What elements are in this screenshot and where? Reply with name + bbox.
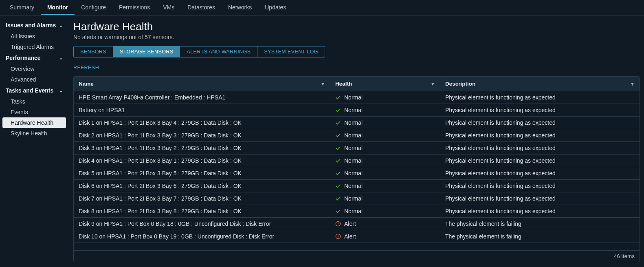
sidebar-item[interactable]: Skyline Health (2, 128, 66, 139)
column-name-label: Name (79, 81, 94, 87)
table-row[interactable]: Disk 4 on HPSA1 : Port 1I Box 3 Bay 1 : … (74, 154, 640, 167)
topnav-configure[interactable]: Configure (75, 0, 112, 15)
cell-description: The physical element is failing (440, 218, 640, 230)
sidebar-group[interactable]: Issues and Alarms⌄ (2, 20, 66, 31)
topnav: SummaryMonitorConfigurePermissionsVMsDat… (0, 0, 644, 15)
topnav-vms[interactable]: VMs (156, 0, 181, 15)
cell-health: Normal (330, 167, 440, 179)
table-row[interactable]: Disk 1 on HPSA1 : Port 1I Box 3 Bay 4 : … (74, 117, 640, 129)
column-description[interactable]: Description ▼ (440, 77, 640, 91)
sensor-table: Name ▼ Health ▼ Description ▼ HPE Smart … (73, 76, 640, 262)
table-row[interactable]: HPE Smart Array P408i-a Controller : Emb… (74, 91, 640, 104)
cell-description: The physical element is failing (440, 230, 640, 243)
svg-point-5 (338, 237, 338, 238)
sidebar-item[interactable]: Overview (2, 64, 66, 74)
filter-icon[interactable]: ▼ (431, 82, 435, 86)
cell-health: Normal (330, 192, 440, 205)
filter-icon[interactable]: ▼ (630, 82, 635, 86)
cell-name: Battery on HPSA1 (74, 104, 330, 116)
health-text: Normal (344, 208, 363, 214)
subtab[interactable]: ALERTS AND WARNINGS (180, 46, 257, 57)
cell-description: Physical element is functioning as expec… (440, 180, 640, 192)
column-health-label: Health (335, 81, 352, 87)
cell-description: Physical element is functioning as expec… (440, 154, 640, 167)
cell-name: Disk 3 on HPSA1 : Port 1I Box 3 Bay 2 : … (74, 142, 330, 154)
alert-icon (335, 234, 341, 239)
sidebar-item[interactable]: Advanced (2, 74, 66, 85)
topnav-permissions[interactable]: Permissions (112, 0, 156, 15)
check-icon (335, 158, 341, 163)
topnav-networks[interactable]: Networks (222, 0, 258, 15)
health-text: Normal (344, 195, 363, 202)
cell-description: Physical element is functioning as expec… (440, 142, 640, 154)
column-description-label: Description (445, 81, 475, 87)
chevron-down-icon: ⌄ (59, 55, 63, 61)
cell-health: Normal (330, 180, 440, 192)
topnav-monitor[interactable]: Monitor (41, 0, 75, 15)
cell-description: Physical element is functioning as expec… (440, 91, 640, 104)
topnav-updates[interactable]: Updates (258, 0, 292, 15)
cell-description: Physical element is functioning as expec… (440, 205, 640, 217)
cell-health: Normal (330, 104, 440, 116)
cell-description: Physical element is functioning as expec… (440, 192, 640, 205)
health-text: Normal (344, 94, 363, 101)
table-row[interactable]: Disk 9 on HPSA1 : Port Box 0 Bay 18 : 0G… (74, 218, 640, 230)
sidebar-group[interactable]: Tasks and Events⌄ (2, 85, 66, 96)
cell-description: Physical element is functioning as expec… (440, 104, 640, 116)
subtabs: SENSORSSTORAGE SENSORSALERTS AND WARNING… (73, 46, 325, 57)
table-row[interactable]: Disk 3 on HPSA1 : Port 1I Box 3 Bay 2 : … (74, 142, 640, 154)
table-row[interactable]: Disk 2 on HPSA1 : Port 1I Box 3 Bay 3 : … (74, 129, 640, 142)
cell-name: Disk 4 on HPSA1 : Port 1I Box 3 Bay 1 : … (74, 154, 330, 167)
column-name[interactable]: Name ▼ (74, 77, 330, 91)
cell-health: Normal (330, 91, 440, 104)
sidebar-item[interactable]: Events (2, 107, 66, 117)
health-text: Normal (344, 119, 363, 126)
check-icon (335, 107, 341, 113)
check-icon (335, 95, 341, 100)
subtab[interactable]: STORAGE SENSORS (113, 46, 180, 57)
table-row[interactable]: Disk 5 on HPSA1 : Port 2I Box 3 Bay 5 : … (74, 167, 640, 180)
health-text: Normal (344, 132, 363, 139)
table-row[interactable]: Disk 10 on HPSA1 : Port Box 0 Bay 19 : 0… (74, 230, 640, 243)
health-text: Alert (344, 233, 356, 240)
sidebar-item[interactable]: Tasks (2, 96, 66, 107)
check-icon (335, 183, 341, 189)
table-row[interactable]: Battery on HPSA1NormalPhysical element i… (74, 104, 640, 117)
column-health[interactable]: Health ▼ (330, 77, 440, 91)
cell-name: HPE Smart Array P408i-a Controller : Emb… (74, 91, 330, 104)
subtab[interactable]: SYSTEM EVENT LOG (257, 46, 325, 57)
sidebar-item[interactable]: All Issues (2, 31, 66, 42)
subtab[interactable]: SENSORS (74, 46, 113, 57)
table-row[interactable]: Disk 8 on HPSA1 : Port 2I Box 3 Bay 8 : … (74, 205, 640, 218)
cell-health: Alert (330, 230, 440, 243)
cell-health: Normal (330, 205, 440, 217)
svg-point-2 (338, 225, 338, 225)
health-text: Normal (344, 170, 363, 177)
topnav-summary[interactable]: Summary (3, 0, 41, 15)
cell-health: Normal (330, 117, 440, 129)
sidebar-item[interactable]: Hardware Health (2, 117, 66, 128)
topnav-datastores[interactable]: Datastores (181, 0, 222, 15)
cell-name: Disk 7 on HPSA1 : Port 2I Box 3 Bay 7 : … (74, 192, 330, 205)
page-subtitle: No alerts or warnings out of 57 sensors. (73, 34, 640, 40)
check-icon (335, 208, 341, 214)
sidebar-group[interactable]: Performance⌄ (2, 52, 66, 64)
sidebar-item[interactable]: Triggered Alarms (2, 42, 66, 52)
health-text: Normal (344, 145, 363, 151)
health-text: Normal (344, 183, 363, 189)
table-row[interactable]: Disk 6 on HPSA1 : Port 2I Box 3 Bay 6 : … (74, 180, 640, 192)
filter-icon[interactable]: ▼ (321, 82, 325, 86)
cell-health: Normal (330, 154, 440, 167)
check-icon (335, 132, 341, 138)
cell-name: Disk 2 on HPSA1 : Port 1I Box 3 Bay 3 : … (74, 129, 330, 141)
table-row[interactable]: Disk 7 on HPSA1 : Port 2I Box 3 Bay 7 : … (74, 192, 640, 205)
sidebar-group-label: Issues and Alarms (6, 22, 56, 29)
cell-name: Disk 6 on HPSA1 : Port 2I Box 3 Bay 6 : … (74, 180, 330, 192)
cell-name: Disk 5 on HPSA1 : Port 2I Box 3 Bay 5 : … (74, 167, 330, 179)
cell-health: Normal (330, 142, 440, 154)
cell-description: Physical element is functioning as expec… (440, 129, 640, 141)
health-text: Normal (344, 157, 363, 164)
refresh-link[interactable]: REFRESH (73, 65, 640, 71)
chevron-down-icon: ⌄ (59, 88, 63, 93)
item-count: 46 items (614, 253, 635, 259)
